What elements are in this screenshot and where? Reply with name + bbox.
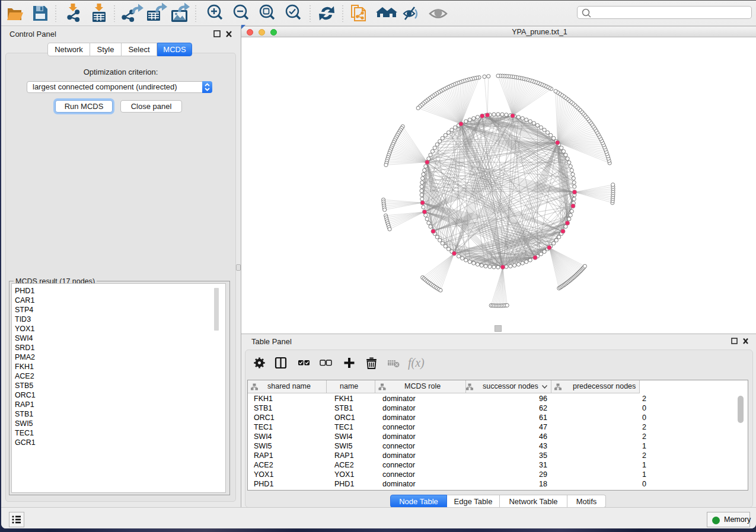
svg-text:f(x): f(x) xyxy=(408,356,425,370)
